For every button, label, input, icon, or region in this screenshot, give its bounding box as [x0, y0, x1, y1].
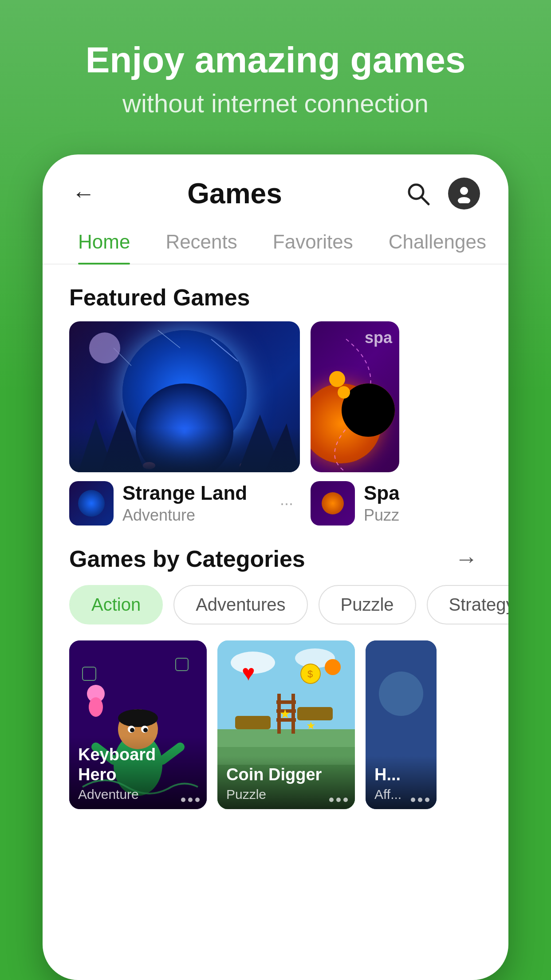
hero-title: Enjoy amazing games	[35, 40, 516, 80]
third-game-title: H...	[374, 765, 428, 785]
categories-arrow-button[interactable]: →	[451, 543, 482, 574]
dot2	[188, 798, 193, 802]
game-card-third[interactable]: H... Aff...	[366, 640, 437, 809]
space-genre: Puzzle	[364, 506, 399, 525]
svg-point-56	[379, 672, 423, 716]
space-bg: spa	[311, 321, 399, 472]
strange-land-info: Strange Land Adventure ···	[69, 472, 300, 526]
coin-digger-image: ♥ $ ★ ★ Coin Digger Puzz	[217, 640, 355, 809]
svg-point-20	[329, 371, 345, 387]
svg-rect-42	[235, 716, 271, 729]
third-game-image: H... Aff...	[366, 640, 437, 809]
svg-point-13	[268, 465, 279, 471]
svg-text:★: ★	[306, 719, 316, 731]
categories-title: Games by Categories	[69, 545, 305, 572]
svg-point-28	[130, 728, 134, 732]
svg-text:$: $	[307, 668, 313, 680]
game-card-keyboard-hero[interactable]: Keyboard Hero Adventure	[69, 640, 207, 809]
strange-land-bg	[69, 321, 300, 472]
featured-section-title: Featured Games	[43, 265, 508, 321]
search-button[interactable]	[400, 176, 436, 211]
dot3	[425, 798, 429, 802]
space-image: spa	[311, 321, 399, 472]
svg-point-52	[325, 659, 341, 675]
svg-line-5	[158, 330, 180, 348]
svg-line-4	[211, 339, 238, 361]
coin-digger-more[interactable]	[329, 798, 348, 802]
pill-action[interactable]: Action	[69, 585, 163, 624]
featured-games-list: Strange Land Adventure ··· spa	[43, 321, 508, 526]
svg-point-12	[240, 462, 254, 470]
tab-bar: Home Recents Favorites Challenges	[43, 222, 508, 265]
svg-marker-17	[264, 423, 300, 472]
svg-point-3	[458, 197, 470, 203]
profile-button[interactable]	[446, 176, 482, 211]
top-bar: ← Games	[43, 154, 508, 222]
category-pills: Action Adventures Puzzle Strategy	[43, 585, 508, 640]
top-bar-icons	[400, 176, 482, 211]
space-text: Space Puzzle	[364, 482, 399, 525]
phone-mockup: ← Games	[43, 154, 508, 980]
profile-icon	[448, 178, 480, 209]
pill-puzzle[interactable]: Puzzle	[319, 585, 416, 624]
svg-point-10	[106, 463, 122, 472]
coin-digger-title: Coin Digger	[226, 765, 346, 785]
svg-rect-45	[291, 694, 295, 734]
svg-line-1	[421, 197, 429, 204]
svg-point-29	[143, 728, 148, 732]
dot3	[343, 798, 348, 802]
keyboard-hero-genre: Adventure	[78, 787, 198, 802]
pill-strategy[interactable]: Strategy	[427, 585, 508, 624]
svg-point-25	[118, 709, 158, 727]
keyboard-hero-image: Keyboard Hero Adventure	[69, 640, 207, 809]
dot1	[329, 798, 334, 802]
search-icon	[405, 180, 431, 207]
keyboard-hero-title: Keyboard Hero	[78, 745, 198, 785]
svg-rect-43	[297, 707, 333, 720]
svg-text:★: ★	[279, 707, 291, 721]
svg-point-35	[89, 697, 103, 717]
svg-point-11	[143, 462, 155, 469]
featured-card-strange-land[interactable]: Strange Land Adventure ···	[69, 321, 300, 526]
strange-land-image	[69, 321, 300, 472]
svg-marker-14	[78, 419, 114, 472]
game-card-coin-digger[interactable]: ♥ $ ★ ★ Coin Digger Puzz	[217, 640, 355, 809]
strange-land-genre: Adventure	[122, 506, 264, 525]
dot3	[195, 798, 200, 802]
svg-point-7	[89, 332, 120, 364]
featured-card-space[interactable]: spa	[311, 321, 399, 526]
keyboard-hero-more[interactable]	[181, 798, 200, 802]
phone-screen: ← Games	[43, 154, 508, 980]
svg-rect-46	[276, 700, 296, 704]
space-thumb-bg	[311, 481, 355, 526]
strange-land-title: Strange Land	[122, 482, 264, 504]
svg-point-21	[338, 386, 350, 399]
strange-land-thumb	[69, 481, 114, 526]
strange-land-text: Strange Land Adventure	[122, 482, 264, 525]
strange-land-thumb-bg	[69, 481, 114, 526]
tab-challenges[interactable]: Challenges	[371, 222, 504, 264]
page-title: Games	[69, 177, 400, 210]
dot2	[418, 798, 422, 802]
svg-point-2	[460, 187, 468, 195]
thumb-planet-orange	[322, 492, 344, 514]
stars-overlay	[69, 321, 300, 472]
space-thumb	[311, 481, 355, 526]
strange-land-more-button[interactable]: ···	[273, 490, 300, 517]
tab-home[interactable]: Home	[60, 222, 148, 264]
hero-section: Enjoy amazing games without internet con…	[0, 0, 551, 137]
tab-recents[interactable]: Recents	[148, 222, 255, 264]
third-game-more[interactable]	[411, 798, 429, 802]
hero-subtitle: without internet connection	[35, 88, 516, 119]
thumb-planet	[78, 490, 105, 517]
dot2	[336, 798, 341, 802]
svg-text:♥: ♥	[242, 660, 255, 685]
dot1	[411, 798, 415, 802]
coin-digger-genre: Puzzle	[226, 787, 346, 802]
dot1	[181, 798, 185, 802]
tab-favorites[interactable]: Favorites	[255, 222, 371, 264]
pill-adventures[interactable]: Adventures	[173, 585, 307, 624]
space-title: Space	[364, 482, 399, 504]
svg-marker-16	[238, 415, 282, 472]
space-info: Space Puzzle	[311, 472, 399, 526]
